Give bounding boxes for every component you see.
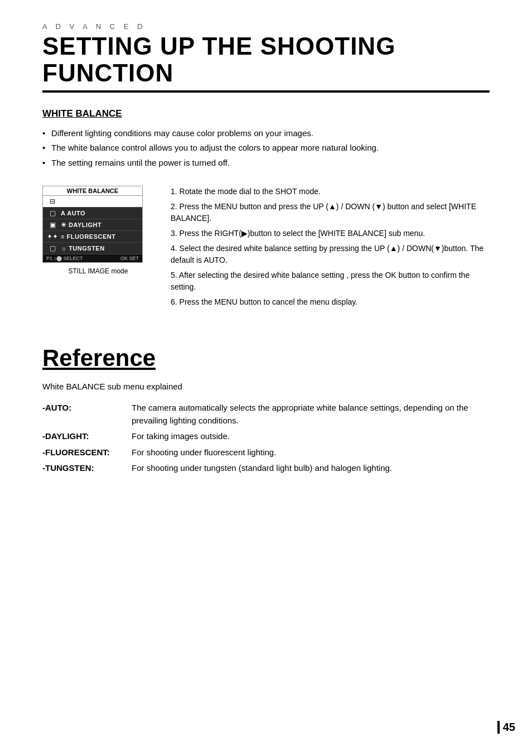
reference-subtitle: White BALANCE sub menu explained bbox=[42, 382, 490, 391]
camera-menu: WHITE BALANCE ⊟ ▢ A AUTO ▣ ☀ DAYLIGHT bbox=[42, 186, 143, 263]
bullet-item-1: Different lighting conditions may cause … bbox=[42, 127, 490, 140]
advanced-label: A D V A N C E D bbox=[42, 22, 490, 31]
camera-menu-title: WHITE BALANCE bbox=[43, 186, 142, 196]
right-panel: 1. Rotate the mode dial to the SHOT mode… bbox=[171, 186, 490, 311]
menu-icon-1: ▢ bbox=[46, 209, 59, 217]
ref-def-fluorescent: For shooting under fluorescent lighting. bbox=[132, 445, 490, 461]
menu-icon-3: ✦✦ bbox=[46, 233, 59, 240]
ref-def-auto: The camera automatically selects the app… bbox=[132, 400, 490, 428]
step-6: 6. Press the MENU button to cancel the m… bbox=[171, 296, 490, 308]
menu-icon-0: ⊟ bbox=[46, 198, 59, 205]
ref-term-fluorescent: -FLUORESCENT: bbox=[42, 445, 132, 461]
camera-menu-footer: P1 ↕⬤ SELECT OK SET bbox=[43, 254, 142, 262]
main-title: SETTING UP THE SHOOTING FUNCTION bbox=[42, 33, 490, 87]
footer-right: OK SET bbox=[120, 256, 139, 261]
menu-label-1: A AUTO bbox=[59, 210, 139, 216]
reference-title: Reference bbox=[42, 345, 490, 372]
page-container: A D V A N C E D SETTING UP THE SHOOTING … bbox=[0, 0, 532, 756]
camera-menu-item-3: ✦✦ ≡ FLUORESCENT bbox=[43, 231, 142, 243]
menu-label-4: ☼ TUNGSTEN bbox=[59, 245, 139, 252]
bullet-item-2: The white balance control allows you to … bbox=[42, 142, 490, 155]
ref-term-tungsten: -TUNGSTEN: bbox=[42, 460, 132, 476]
reference-section: Reference White BALANCE sub menu explain… bbox=[42, 339, 490, 476]
ref-row-auto: -AUTO: The camera automatically selects … bbox=[42, 400, 490, 428]
title-underline bbox=[42, 90, 490, 93]
ref-row-fluorescent: -FLUORESCENT: For shooting under fluores… bbox=[42, 445, 490, 461]
camera-menu-item-1: ▢ A AUTO bbox=[43, 208, 142, 219]
step-4: 4. Select the desired white balance sett… bbox=[171, 243, 490, 266]
footer-left: P1 ↕⬤ SELECT bbox=[46, 256, 83, 261]
step-1: 1. Rotate the mode dial to the SHOT mode… bbox=[171, 186, 490, 198]
ref-row-tungsten: -TUNGSTEN: For shooting under tungsten (… bbox=[42, 460, 490, 476]
camera-menu-item-4: ▢ ☼ TUNGSTEN bbox=[43, 243, 142, 254]
step-3: 3. Press the RIGHT(▶)button to select th… bbox=[171, 228, 490, 239]
step-2: 2. Press the MENU button and press the U… bbox=[171, 201, 490, 224]
camera-caption: STILL IMAGE mode bbox=[42, 267, 154, 275]
ref-def-tungsten: For shooting under tungsten (standard li… bbox=[132, 460, 490, 476]
ref-term-daylight: -DAYLIGHT: bbox=[42, 428, 132, 445]
ref-term-auto: -AUTO: bbox=[42, 400, 132, 428]
reference-table: -AUTO: The camera automatically selects … bbox=[42, 400, 490, 476]
bullet-list: Different lighting conditions may cause … bbox=[42, 127, 490, 170]
steps-list: 1. Rotate the mode dial to the SHOT mode… bbox=[171, 186, 490, 308]
menu-icon-2: ▣ bbox=[46, 221, 59, 229]
ref-def-daylight: For taking images outside. bbox=[132, 428, 490, 445]
step-5: 5. After selecting the desired white bal… bbox=[171, 269, 490, 293]
camera-menu-item-2: ▣ ☀ DAYLIGHT bbox=[43, 219, 142, 231]
menu-icon-4: ▢ bbox=[46, 244, 59, 252]
menu-label-2: ☀ DAYLIGHT bbox=[59, 221, 139, 229]
page-number-value: 45 bbox=[497, 721, 515, 734]
ref-row-daylight: -DAYLIGHT: For taking images outside. bbox=[42, 428, 490, 445]
content-area: WHITE BALANCE ⊟ ▢ A AUTO ▣ ☀ DAYLIGHT bbox=[42, 186, 490, 311]
section-title: WHITE BALANCE bbox=[42, 108, 490, 119]
bullet-item-3: The setting remains until the power is t… bbox=[42, 157, 490, 170]
menu-label-3: ≡ FLUORESCENT bbox=[59, 233, 139, 240]
page-number: 45 bbox=[497, 721, 515, 734]
left-panel: WHITE BALANCE ⊟ ▢ A AUTO ▣ ☀ DAYLIGHT bbox=[42, 186, 154, 311]
camera-menu-item-0: ⊟ bbox=[43, 196, 142, 208]
